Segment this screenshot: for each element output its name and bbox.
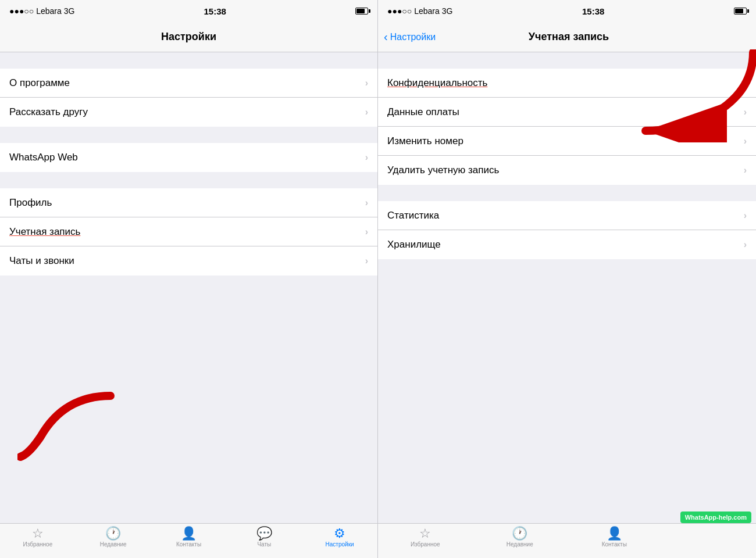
tab-settings[interactable]: ⚙ Настройки xyxy=(302,527,377,548)
row-label-delete-account: Удалить учетную запись xyxy=(387,164,499,176)
left-status-bar: ●●●○○ Lebara 3G 15:38 xyxy=(0,0,377,22)
chevron-right-icon: › xyxy=(744,78,747,88)
chevron-right-icon: › xyxy=(365,107,368,117)
left-nav-bar: Настройки xyxy=(0,22,377,52)
tab-recent[interactable]: 🕐 Недавние xyxy=(76,527,151,548)
table-row[interactable]: Статистика › xyxy=(378,201,756,230)
left-section-gap-2 xyxy=(0,127,377,143)
chevron-right-icon: › xyxy=(744,136,747,146)
left-arrow-decoration xyxy=(17,390,134,468)
right-battery-icon xyxy=(734,8,747,15)
chevron-right-icon: › xyxy=(365,227,368,237)
row-label-about: О программе xyxy=(9,77,70,89)
chevron-right-icon: › xyxy=(365,78,368,88)
chevron-right-icon: › xyxy=(365,198,368,208)
row-label-share: Рассказать другу xyxy=(9,106,88,118)
table-row[interactable]: Хранилище › xyxy=(378,230,756,259)
table-row-privacy[interactable]: Конфиденциальность › xyxy=(378,69,756,98)
left-battery-icon xyxy=(355,8,368,15)
tab-favorites-right[interactable]: ☆ Избранное xyxy=(378,527,473,548)
right-section-2: Статистика › Хранилище › xyxy=(378,201,756,259)
tab-favorites-label: Избранное xyxy=(411,541,440,548)
chevron-right-icon: › xyxy=(744,210,747,221)
left-section-3: Профиль › Учетная запись › Чаты и звонки… xyxy=(0,188,377,276)
tab-recent-label: Недавние xyxy=(507,541,533,548)
tab-recent-label: Недавние xyxy=(100,541,127,548)
left-phone: ●●●○○ Lebara 3G 15:38 Настройки О програ… xyxy=(0,0,378,558)
table-row[interactable]: О программе › xyxy=(0,69,377,98)
right-battery xyxy=(734,8,747,15)
left-tab-bar: ☆ Избранное 🕐 Недавние 👤 Контакты 💬 Чаты… xyxy=(0,523,377,558)
chevron-right-icon: › xyxy=(365,256,368,266)
right-tab-bar: ☆ Избранное 🕐 Недавние 👤 Контакты xyxy=(378,523,756,558)
table-row-account[interactable]: Учетная запись › xyxy=(0,217,377,246)
row-label-storage: Хранилище xyxy=(387,239,441,251)
left-nav-title: Настройки xyxy=(161,31,216,43)
right-status-bar: ●●●○○ Lebara 3G 15:38 xyxy=(378,0,756,22)
tab-chats[interactable]: 💬 Чаты xyxy=(226,527,302,548)
right-section-gap-1 xyxy=(378,52,756,69)
table-row[interactable]: Изменить номер › xyxy=(378,127,756,156)
right-phone: ●●●○○ Lebara 3G 15:38 ‹ Настройки Учетна… xyxy=(378,0,756,558)
right-nav-bar: ‹ Настройки Учетная запись xyxy=(378,22,756,52)
right-time: 15:38 xyxy=(582,6,604,16)
tab-contacts-label: Контакты xyxy=(602,541,627,548)
left-section-gap-3 xyxy=(0,172,377,188)
chevron-right-icon: › xyxy=(744,239,747,250)
left-carrier: ●●●○○ Lebara 3G xyxy=(9,6,74,16)
row-label-whatsapp-web: WhatsApp Web xyxy=(9,152,78,163)
nav-back-button[interactable]: ‹ Настройки xyxy=(384,30,436,44)
left-section-2: WhatsApp Web › xyxy=(0,143,377,172)
right-section-1: Конфиденциальность › Данные оплаты › Изм… xyxy=(378,69,756,185)
row-label-profile: Профиль xyxy=(9,197,52,209)
right-carrier: ●●●○○ Lebara 3G xyxy=(387,6,452,16)
tab-contacts-label: Контакты xyxy=(176,541,201,548)
table-row[interactable]: WhatsApp Web › xyxy=(0,143,377,172)
table-row[interactable]: Рассказать другу › xyxy=(0,98,377,127)
row-label-privacy: Конфиденциальность xyxy=(387,77,487,89)
table-row[interactable]: Профиль › xyxy=(0,188,377,217)
watermark: WhatsApp-help.com xyxy=(680,512,751,523)
table-row[interactable]: Удалить учетную запись › xyxy=(378,156,756,185)
tab-favorites-label: Избранное xyxy=(23,541,53,548)
tab-chats-label: Чаты xyxy=(257,541,271,548)
back-chevron-icon: ‹ xyxy=(384,30,388,44)
left-battery xyxy=(355,8,368,15)
chevron-right-icon: › xyxy=(744,107,747,117)
row-label-change-number: Изменить номер xyxy=(387,135,463,147)
right-nav-title: Учетная запись xyxy=(529,31,609,43)
chevron-right-icon: › xyxy=(744,165,747,176)
favorites-icon: ☆ xyxy=(419,527,431,540)
tab-recent-right[interactable]: 🕐 Недавние xyxy=(473,527,568,548)
favorites-icon: ☆ xyxy=(32,527,44,540)
left-time: 15:38 xyxy=(204,6,226,16)
recent-icon: 🕐 xyxy=(512,527,527,540)
back-label: Настройки xyxy=(390,32,436,42)
tab-settings-label: Настройки xyxy=(326,541,354,548)
table-row[interactable]: Чаты и звонки › xyxy=(0,246,377,276)
right-section-gap-2 xyxy=(378,185,756,201)
row-label-stats: Статистика xyxy=(387,210,439,221)
tab-contacts-right[interactable]: 👤 Контакты xyxy=(567,527,662,548)
table-row[interactable]: Данные оплаты › xyxy=(378,98,756,127)
tab-contacts[interactable]: 👤 Контакты xyxy=(151,527,227,548)
row-label-account: Учетная запись xyxy=(9,226,80,238)
settings-icon: ⚙ xyxy=(334,527,345,540)
contacts-icon: 👤 xyxy=(607,527,622,540)
contacts-icon: 👤 xyxy=(181,527,197,540)
left-section-1: О программе › Рассказать другу › xyxy=(0,69,377,127)
tab-favorites[interactable]: ☆ Избранное xyxy=(0,527,76,548)
chats-icon: 💬 xyxy=(256,527,272,540)
left-section-gap-1 xyxy=(0,52,377,69)
chevron-right-icon: › xyxy=(365,152,368,163)
row-label-payment: Данные оплаты xyxy=(387,106,459,118)
row-label-chats: Чаты и звонки xyxy=(9,255,74,267)
recent-icon: 🕐 xyxy=(105,527,121,540)
